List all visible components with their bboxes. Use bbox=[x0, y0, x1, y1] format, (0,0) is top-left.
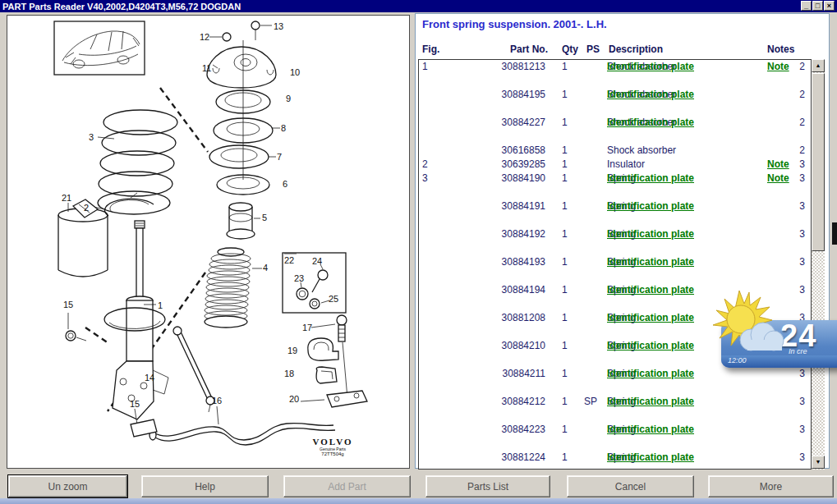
table-header: Fig. Part No. Qty PS Description Notes bbox=[416, 44, 829, 57]
table-row: 308841921Spring3Identification plate bbox=[419, 227, 811, 255]
diagram-panel[interactable]: 1213111098765432121151415162224232517191… bbox=[7, 15, 410, 469]
bump-stop bbox=[227, 203, 260, 239]
col-notes: Notes bbox=[767, 44, 794, 55]
diagram-callout-18: 18 bbox=[284, 369, 294, 378]
identification-plate-link[interactable]: Identification plate bbox=[607, 311, 694, 325]
screen-edge-artifact bbox=[832, 222, 837, 245]
diagram-callout-11: 11 bbox=[202, 63, 211, 73]
col-desc: Description bbox=[609, 44, 663, 55]
identification-plate-link[interactable]: Identification plate bbox=[607, 395, 694, 409]
diagram-callout-15: 15 bbox=[63, 300, 73, 309]
weather-widget[interactable]: 24 In cre 12:00 B bbox=[705, 289, 837, 386]
scrollbar-thumb[interactable] bbox=[812, 73, 825, 251]
table-row: 308812241Spring3Identification plate bbox=[419, 451, 811, 470]
col-ps: PS bbox=[586, 44, 600, 55]
diagram-callout-2: 2 bbox=[84, 203, 89, 213]
diagram-callout-22: 22 bbox=[284, 255, 294, 265]
close-button[interactable]: × bbox=[824, 1, 835, 11]
maximize-button[interactable]: □ bbox=[812, 1, 823, 11]
window-controls: _ □ × bbox=[801, 1, 835, 11]
diagram-callout-16: 16 bbox=[212, 396, 222, 405]
window-title: PART Parts Reader V40,2002,D4204T3,M56,7… bbox=[0, 2, 241, 11]
parts-table-body: 1308812131Shock absorberNote2Identificat… bbox=[418, 59, 812, 470]
diagram-callout-9: 9 bbox=[286, 94, 291, 103]
diagram-callout-15: 15 bbox=[130, 399, 140, 409]
volvo-logo: VOLVO Genuine Parts 72TT504g bbox=[303, 437, 362, 457]
identification-plate-link[interactable]: Identification plate bbox=[607, 88, 694, 102]
app-window: PART Parts Reader V40,2002,D4204T3,M56,7… bbox=[0, 0, 837, 504]
title-bar[interactable]: PART Parts Reader V40,2002,D4204T3,M56,7… bbox=[0, 0, 837, 12]
dust-boot bbox=[205, 248, 262, 328]
diagram-callout-7: 7 bbox=[277, 152, 282, 162]
unzoom-button[interactable]: Un zoom bbox=[8, 475, 127, 497]
identification-plate-link[interactable]: Identification plate bbox=[607, 199, 694, 213]
coil-spring bbox=[98, 110, 177, 214]
volvo-logo-text: VOLVO bbox=[303, 437, 362, 447]
top-mount-stack bbox=[207, 21, 280, 195]
diagram-callout-21: 21 bbox=[62, 193, 71, 203]
help-button[interactable]: Help bbox=[141, 475, 269, 497]
parts-list-button[interactable]: Parts List bbox=[425, 475, 550, 497]
identification-plate-link[interactable]: Identification plate bbox=[607, 283, 694, 297]
table-row: 1308812131Shock absorberNote2Identificat… bbox=[419, 60, 811, 88]
diagram-callout-13: 13 bbox=[274, 21, 283, 31]
diagram-callout-19: 19 bbox=[287, 346, 297, 355]
scroll-down-button[interactable]: ▼ bbox=[812, 456, 825, 469]
section-title: Front spring suspension. 2001-. L.H. bbox=[422, 18, 607, 30]
diagram-callout-1: 1 bbox=[158, 300, 163, 310]
table-row: 306168581Shock absorber2 bbox=[419, 144, 811, 158]
identification-plate-link[interactable]: Identification plate bbox=[607, 423, 694, 437]
col-part: Part No. bbox=[510, 44, 548, 55]
minimize-button[interactable]: _ bbox=[801, 1, 812, 11]
diagram-callout-8: 8 bbox=[281, 123, 286, 133]
col-fig: Fig. bbox=[422, 44, 439, 55]
col-qty: Qty bbox=[562, 44, 578, 55]
table-row: 308842271Shock absorber2Identification p… bbox=[419, 116, 811, 144]
scroll-up-button[interactable]: ▲ bbox=[812, 59, 825, 72]
cancel-button[interactable]: Cancel bbox=[567, 475, 694, 497]
diagram-callout-25: 25 bbox=[329, 294, 338, 304]
diagram-callout-20: 20 bbox=[289, 394, 299, 404]
table-row: 3308841901SpringNote3Identification plat… bbox=[419, 172, 811, 199]
diagram-callout-6: 6 bbox=[283, 179, 287, 189]
identification-plate-link[interactable]: Identification plate bbox=[607, 116, 694, 130]
diagram-callout-3: 3 bbox=[89, 132, 94, 142]
identification-plate-link[interactable]: Identification plate bbox=[607, 227, 694, 241]
table-row: 2306392851InsulatorNote3 bbox=[419, 158, 811, 172]
stabilizer-link bbox=[173, 327, 214, 412]
diagram-callout-10: 10 bbox=[290, 67, 300, 77]
table-row: 308841951Shock absorber2Identification p… bbox=[419, 88, 811, 116]
car-thumbnail bbox=[54, 21, 145, 75]
diagram-callout-4: 4 bbox=[263, 263, 268, 273]
table-row: 308841911Spring3Identification plate bbox=[419, 199, 811, 227]
identification-plate-link[interactable]: Identification plate bbox=[607, 60, 694, 74]
sun-cloud-icon bbox=[700, 286, 785, 368]
table-row: 308842231Spring3Identification plate bbox=[419, 423, 811, 451]
parts-panel: Front spring suspension. 2001-. L.H. Fig… bbox=[415, 13, 830, 469]
drawing-ref: 72TT504g bbox=[303, 451, 362, 457]
weather-caption: In cre bbox=[789, 347, 807, 355]
identification-plate-link[interactable]: Identification plate bbox=[607, 255, 694, 269]
identification-plate-link[interactable]: Identification plate bbox=[607, 172, 694, 186]
table-row: 308842121SPSpring3Identification plate bbox=[419, 395, 811, 423]
diagram-callout-14: 14 bbox=[145, 373, 154, 383]
identification-plate-link[interactable]: Identification plate bbox=[607, 367, 694, 381]
exploded-view-diagram bbox=[7, 16, 409, 468]
strut-assembly bbox=[104, 221, 168, 419]
diagram-callout-5: 5 bbox=[262, 213, 267, 222]
add-part-button: Add Part bbox=[283, 475, 411, 497]
identification-plate-link[interactable]: Identification plate bbox=[607, 339, 694, 353]
protective-tube bbox=[58, 199, 108, 277]
diagram-callout-12: 12 bbox=[200, 32, 209, 42]
vertical-scrollbar[interactable]: ▲ ▼ bbox=[812, 59, 825, 470]
diagram-callout-24: 24 bbox=[312, 256, 322, 266]
identification-plate-link[interactable]: Identification plate bbox=[607, 451, 694, 465]
table-row: 308841931Spring3Identification plate bbox=[419, 255, 811, 283]
more-button[interactable]: More bbox=[708, 475, 834, 497]
diagram-callout-17: 17 bbox=[302, 323, 312, 332]
bottom-edge-strip bbox=[0, 498, 837, 504]
nut-15a bbox=[66, 313, 86, 341]
diagram-callout-23: 23 bbox=[294, 273, 304, 283]
